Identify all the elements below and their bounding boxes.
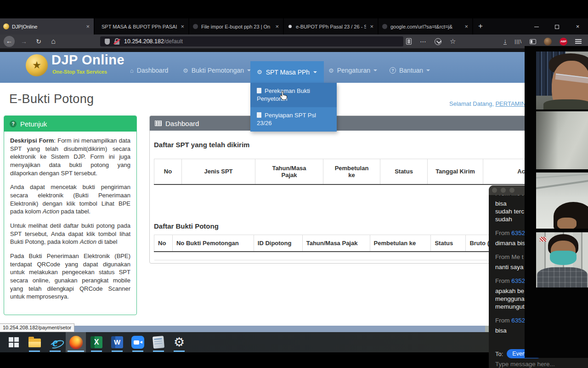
nav-label: Pengaturan — [337, 67, 370, 74]
taskbar-item-notepad[interactable] — [148, 332, 169, 352]
zoom-meeting-window: DJP|Online×SPT MASA & BUPOT PPh PASAL 23… — [0, 0, 588, 368]
firefox-icon — [69, 336, 83, 349]
tab-favicon — [382, 24, 387, 29]
taskbar-item-settings[interactable]: ⚙ — [169, 332, 189, 352]
meta-segment: 6352 — [511, 317, 525, 324]
notepad-icon — [153, 336, 164, 349]
tab-close-icon[interactable]: × — [274, 23, 280, 30]
nav-item-bukti-pemotongan[interactable]: ⚙Bukti Pemotongan — [183, 67, 251, 74]
browser-tab[interactable]: google.com/url?sa=t&rct=j&× — [379, 18, 473, 34]
home-icon[interactable]: ⌂ — [48, 34, 59, 48]
url-path: /default — [164, 38, 183, 45]
back-icon[interactable]: ← — [4, 36, 15, 47]
browser-tab[interactable]: DJP|Online× — [0, 18, 95, 34]
taskbar-item-firefox[interactable] — [66, 332, 86, 352]
nav-label: Dashboard — [137, 67, 169, 74]
running-indicator — [29, 351, 40, 352]
participant-video-4[interactable] — [536, 232, 588, 288]
video-strip — [525, 46, 588, 358]
tracking-shield-icon[interactable] — [105, 39, 110, 45]
tab-close-icon[interactable]: × — [464, 23, 469, 30]
sidebar-icon[interactable] — [530, 39, 536, 44]
dropdown-item[interactable]: Perekaman Bukti Penyetoran — [250, 83, 337, 107]
internet-explorer-icon: e — [52, 336, 58, 349]
dropdown-item[interactable]: Penyiapan SPT Psl 23/26 — [250, 107, 337, 132]
status-tooltip: 10.254.208.182/payment/setor — [0, 323, 74, 332]
petunjuk-paragraph: Anda dapat mencetak bukti pengiriman sec… — [10, 183, 130, 216]
taskbar-item-zoom[interactable] — [128, 332, 148, 352]
petunjuk-paragraphs: Deskripsi Form: Form ini menampilkan dat… — [4, 132, 136, 312]
column-header: Tanggal Kirim — [428, 159, 483, 184]
section-title-spt: Daftar SPT yang telah dikirim — [154, 141, 249, 149]
tabs-container: DJP|Online×SPT MASA & BUPOT PPh PASAL 23… — [0, 18, 473, 34]
page-title: E-Bukti Potong — [9, 92, 94, 106]
chat-input[interactable]: Type message here... — [495, 361, 555, 368]
insecure-lock-icon[interactable] — [114, 38, 120, 45]
settings-gear-icon: ⚙ — [174, 336, 185, 349]
nav-item-pengaturan[interactable]: ⚙Pengaturan — [328, 67, 377, 74]
text-segment: Action — [80, 238, 96, 245]
window-dots-icon — [492, 188, 514, 193]
column-header: Jenis SPT — [182, 159, 255, 184]
nav-item-bantuan[interactable]: ?Bantuan — [390, 67, 430, 74]
taskbar-item-internet-explorer[interactable]: e — [45, 332, 65, 352]
close-icon[interactable]: × — [567, 18, 588, 34]
bookmark-star-icon[interactable]: ☆ — [450, 37, 456, 46]
browser-tab[interactable]: File impor E-bupot pph 23 | On× — [189, 18, 284, 34]
section-title-bukti-potong: Daftar Bukti Potong — [154, 222, 219, 230]
reload-icon[interactable]: ↻ — [33, 34, 44, 48]
browser-tab[interactable]: e-BUPOT PPh Pasal 23 / 26 - Sa× — [284, 18, 379, 34]
to-label: To: — [495, 351, 503, 357]
tab-close-icon[interactable]: × — [85, 23, 90, 30]
address-bar[interactable]: 10.254.208.182 /default — [100, 36, 403, 46]
horizontal-scrollbar[interactable] — [0, 326, 528, 332]
meta-segment: From — [495, 230, 511, 236]
nav-item-spt-masa-pph[interactable]: ⚙SPT Masa PPh — [250, 61, 324, 83]
file-icon — [257, 88, 261, 93]
participant-video-1[interactable] — [536, 52, 588, 109]
taskbar-item-excel[interactable]: X — [86, 332, 107, 352]
participant-video-2[interactable] — [536, 111, 588, 169]
maximize-icon[interactable] — [547, 18, 567, 34]
menu-hamburger-icon[interactable] — [575, 39, 582, 44]
meta-segment: From — [495, 277, 511, 284]
taskbar-item-start[interactable] — [4, 332, 24, 352]
downloads-icon[interactable]: ↓ — [503, 38, 507, 45]
page-actions-icon[interactable]: ⋯ — [420, 38, 426, 45]
taskbar-item-file-explorer[interactable] — [24, 332, 45, 352]
tab-close-icon[interactable]: × — [369, 23, 374, 30]
minimize-icon[interactable] — [526, 18, 547, 34]
dashboard-title: Dashboard — [165, 120, 199, 127]
library-icon[interactable]: |||\ — [514, 39, 522, 44]
chevron-down-icon — [426, 69, 430, 73]
nav-item-dashboard[interactable]: ⌂Dashboard — [130, 67, 168, 74]
forward-icon[interactable]: → — [18, 34, 29, 48]
text-segment: Action — [43, 208, 59, 215]
account-avatar[interactable] — [544, 38, 552, 46]
tab-title: SPT MASA & BUPOT PPh PASAL 23 — [102, 24, 177, 29]
help-icon: ? — [390, 67, 396, 74]
running-indicator — [153, 351, 164, 352]
running-indicator — [132, 351, 143, 352]
column-header: No — [154, 159, 182, 184]
brand-title: DJP Online — [51, 52, 124, 68]
text-segment: di tabel — [96, 238, 118, 245]
home-icon: ⌂ — [130, 67, 134, 74]
chevron-down-icon — [313, 71, 317, 75]
text-segment: Deskripsi Form — [10, 137, 54, 144]
pocket-icon[interactable] — [435, 38, 441, 45]
participant-video-3[interactable] — [536, 172, 588, 229]
window-controls: × — [526, 18, 588, 34]
tab-close-icon[interactable]: × — [180, 23, 185, 30]
new-tab-button[interactable]: + — [473, 18, 488, 34]
nav-label: Bukti Pemotongan — [192, 67, 244, 74]
tab-title: File impor E-bupot pph 23 | On — [201, 24, 271, 29]
taskbar-item-word[interactable]: W — [107, 332, 127, 352]
running-indicator — [112, 351, 123, 352]
browser-tab[interactable]: SPT MASA & BUPOT PPh PASAL 23× — [95, 18, 189, 34]
djp-logo: ★ — [26, 54, 48, 76]
petunjuk-paragraph: Untuk melihat detil daftar bukti potong … — [10, 222, 130, 246]
adblock-abp-icon[interactable]: ABP — [560, 38, 567, 46]
reader-view-icon[interactable] — [406, 38, 412, 45]
chevron-down-icon — [373, 69, 377, 73]
